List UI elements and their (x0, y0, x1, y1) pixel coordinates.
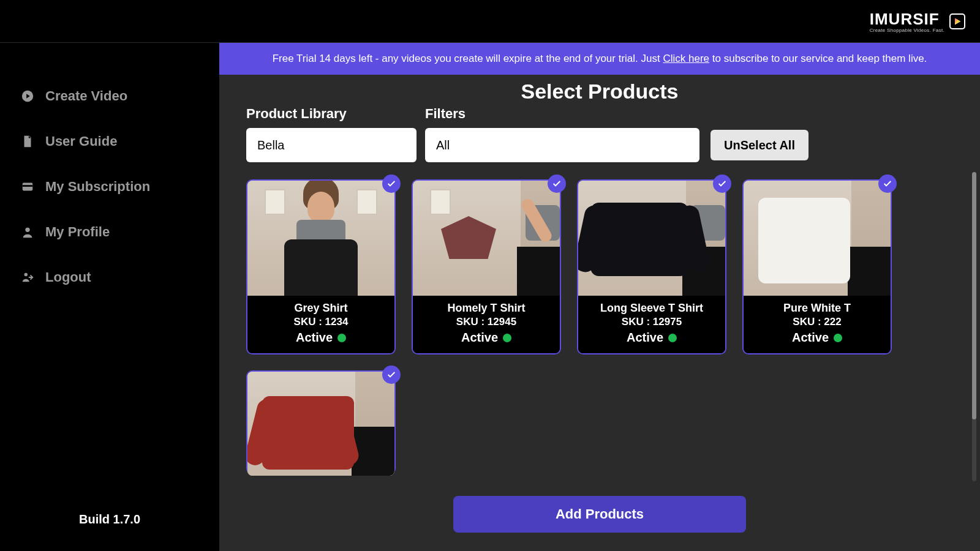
controls-row: Product Library Filters UnSelect All (219, 106, 980, 168)
play-circle-icon (21, 89, 34, 103)
nav-logout[interactable]: Logout (0, 255, 219, 300)
product-grid: Grey Shirt SKU : 1234 Active Homely T (246, 179, 965, 474)
svg-rect-2 (23, 185, 33, 187)
status-dot-icon (668, 334, 677, 342)
product-library-select[interactable] (246, 128, 417, 162)
selected-check-icon[interactable] (548, 174, 566, 193)
product-thumbnail (247, 181, 394, 296)
unselect-all-button[interactable]: UnSelect All (710, 130, 809, 160)
brand-logo: IMURSIF Create Shoppable Videos. Fast. (870, 10, 965, 33)
product-name: Long Sleeve T Shirt (582, 302, 722, 315)
product-grid-scroll[interactable]: Grey Shirt SKU : 1234 Active Homely T (219, 168, 980, 485)
brand-name: IMURSIF (870, 10, 940, 29)
product-card[interactable]: Long Sleeve T Shirt SKU : 12975 Active (577, 179, 726, 354)
product-status: Active (461, 331, 498, 345)
product-name: Grey Shirt (251, 302, 391, 315)
sidebar: Create Video User Guide My Subscription … (0, 43, 219, 551)
vertical-scrollbar[interactable] (972, 172, 976, 481)
nav-label: Logout (45, 269, 91, 285)
product-card[interactable]: Pure White T SKU : 222 Active (742, 179, 892, 354)
banner-text-post: to subscribe to our service and keep the… (709, 53, 927, 64)
svg-point-4 (24, 273, 28, 277)
product-thumbnail (413, 181, 560, 296)
nav-my-subscription[interactable]: My Subscription (0, 164, 219, 209)
product-thumbnail (247, 372, 394, 476)
product-thumbnail (744, 181, 891, 296)
selected-check-icon[interactable] (382, 365, 401, 384)
add-products-button[interactable]: Add Products (453, 496, 746, 533)
product-sku: SKU : 12975 (582, 316, 722, 328)
product-status: Active (296, 331, 333, 345)
product-card[interactable]: Grey Shirt SKU : 1234 Active (246, 179, 396, 354)
page-title: Select Products (219, 75, 980, 106)
brand-play-icon (949, 13, 965, 29)
product-card[interactable] (246, 370, 396, 474)
app-header: IMURSIF Create Shoppable Videos. Fast. (0, 0, 980, 43)
nav-label: My Profile (45, 224, 110, 240)
selected-check-icon[interactable] (713, 174, 731, 193)
nav-label: User Guide (45, 133, 117, 149)
product-name: Pure White T (747, 302, 887, 315)
filters-label: Filters (425, 106, 699, 122)
selected-check-icon[interactable] (878, 174, 897, 193)
banner-text-pre: Free Trial 14 days left - any videos you… (273, 53, 663, 64)
trial-banner: Free Trial 14 days left - any videos you… (219, 43, 980, 75)
subscription-icon (21, 180, 34, 193)
product-status: Active (627, 331, 663, 345)
product-sku: SKU : 12945 (417, 316, 556, 328)
banner-subscribe-link[interactable]: Click here (663, 53, 709, 64)
logout-icon (21, 271, 34, 284)
product-sku: SKU : 222 (747, 316, 887, 328)
filters-select[interactable] (425, 128, 699, 162)
build-version: Build 1.7.0 (0, 494, 219, 551)
svg-point-3 (25, 228, 29, 232)
selected-check-icon[interactable] (382, 174, 401, 193)
document-icon (21, 135, 34, 148)
nav-label: Create Video (45, 88, 127, 104)
product-card[interactable]: Homely T Shirt SKU : 12945 Active (412, 179, 561, 354)
user-icon (21, 225, 34, 239)
main-content: Free Trial 14 days left - any videos you… (219, 43, 980, 551)
scrollbar-thumb[interactable] (972, 172, 976, 419)
product-name: Homely T Shirt (417, 302, 556, 315)
nav-user-guide[interactable]: User Guide (0, 119, 219, 164)
brand-tagline: Create Shoppable Videos. Fast. (870, 28, 944, 33)
nav-my-profile[interactable]: My Profile (0, 209, 219, 255)
product-sku: SKU : 1234 (251, 316, 391, 328)
product-thumbnail (578, 181, 725, 296)
nav-create-video[interactable]: Create Video (0, 73, 219, 119)
status-dot-icon (503, 334, 511, 342)
library-label: Product Library (246, 106, 417, 122)
nav-label: My Subscription (45, 179, 150, 195)
status-dot-icon (337, 334, 346, 342)
status-dot-icon (834, 334, 842, 342)
product-status: Active (792, 331, 829, 345)
